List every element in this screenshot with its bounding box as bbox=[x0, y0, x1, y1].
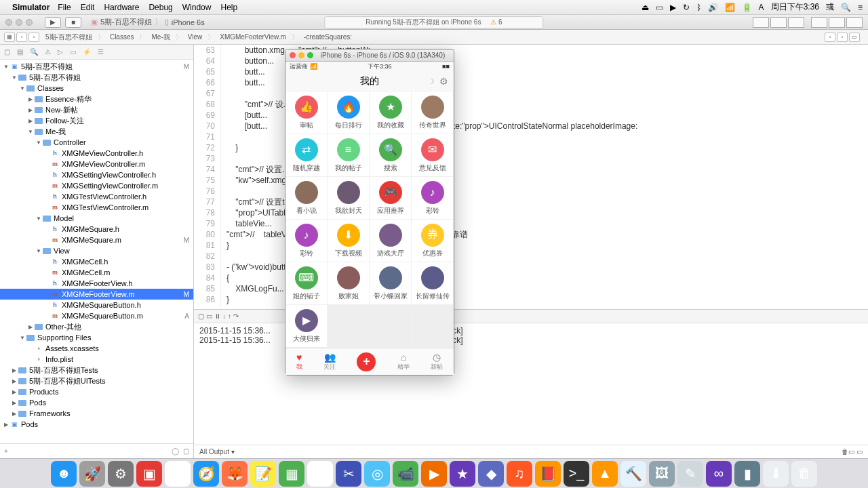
tree-row[interactable]: mXMGTestViewController.m bbox=[0, 202, 193, 213]
square-button[interactable]: ⬇下载视频 bbox=[328, 220, 370, 262]
tree-row[interactable]: hXMGSettingViewController.h bbox=[0, 169, 193, 180]
square-button[interactable]: 看小说 bbox=[285, 177, 328, 220]
tree-row[interactable]: ▶5期-百思不得姐Tests bbox=[0, 365, 193, 375]
dock-app-photos[interactable]: ✿ bbox=[307, 461, 333, 487]
square-button[interactable]: ⌨姐的铺子 bbox=[285, 262, 328, 305]
tree-row[interactable]: ▼Model bbox=[0, 213, 193, 224]
square-button[interactable]: 传奇世界 bbox=[412, 92, 454, 134]
menu-edit[interactable]: Edit bbox=[81, 3, 95, 12]
toolbar-panels[interactable] bbox=[753, 17, 863, 28]
tree-row[interactable]: mXMGMeViewController.m bbox=[0, 159, 193, 169]
tree-row[interactable]: mXMGSettingViewController.m bbox=[0, 180, 193, 191]
navigator-filter[interactable]: +◯▢ bbox=[0, 443, 193, 458]
dock-app-ibooks[interactable]: 📕 bbox=[535, 461, 561, 487]
tree-row[interactable]: ▼Classes bbox=[0, 83, 193, 94]
dock-app-app[interactable]: ◆ bbox=[478, 461, 504, 487]
tree-row[interactable]: ▼▣5期-百思不得姐M bbox=[0, 61, 193, 72]
related-items[interactable]: ▦ bbox=[4, 33, 15, 42]
square-button[interactable]: ≡我的帖子 bbox=[328, 134, 370, 177]
volume-icon[interactable]: 🔊 bbox=[708, 3, 718, 12]
square-button[interactable]: ♪彩铃 bbox=[412, 177, 454, 220]
tree-row[interactable]: mXMGMeSquare.mM bbox=[0, 235, 193, 245]
square-button[interactable]: 🎮应用推荐 bbox=[370, 177, 412, 220]
menuextra-icon[interactable]: ↻ bbox=[683, 3, 690, 12]
crumb[interactable]: Classes bbox=[108, 33, 136, 41]
navigator-tabs[interactable]: ▢▤🔍⚠▷▭⚡☰ bbox=[0, 45, 193, 60]
dock-app-preview[interactable]: 🖼 bbox=[649, 461, 675, 487]
tree-row[interactable]: mXMGMeFooterView.mM bbox=[0, 289, 193, 300]
tree-row[interactable]: ▶Frameworks bbox=[0, 408, 193, 419]
user-menu[interactable]: 彧 bbox=[826, 1, 834, 13]
square-button[interactable]: 带小蝶回家 bbox=[370, 262, 412, 305]
crumb[interactable]: -createSquares: bbox=[302, 33, 354, 41]
menu-file[interactable]: File bbox=[58, 3, 71, 12]
notif-icon[interactable]: ≡ bbox=[858, 3, 863, 12]
tree-row[interactable]: mXMGMeSquareButton.mA bbox=[0, 310, 193, 321]
clock[interactable]: 周日下午3:36 bbox=[771, 1, 819, 13]
square-button[interactable]: 🔍搜索 bbox=[370, 134, 412, 177]
menu-window[interactable]: Window bbox=[182, 3, 212, 12]
tree-row[interactable]: ▶▣Pods bbox=[0, 419, 193, 430]
dock-app-keynote[interactable]: ▶ bbox=[421, 461, 447, 487]
menubar-app[interactable]: Simulator bbox=[12, 3, 50, 12]
tree-row[interactable]: ▫Info.plist bbox=[0, 354, 193, 365]
stop-button[interactable]: ■ bbox=[65, 17, 81, 28]
scheme-selector[interactable]: ▣ 5期-百思不得姐 〉 ▯ iPhone 6s bbox=[91, 17, 205, 27]
compose-button[interactable]: + bbox=[357, 352, 376, 371]
console-filter[interactable]: All Output ▾ bbox=[199, 448, 235, 455]
dock-app-notes[interactable]: 📝 bbox=[250, 461, 276, 487]
tree-row[interactable]: hXMGTestViewController.h bbox=[0, 191, 193, 202]
tree-row[interactable]: hXMGMeFooterView.h bbox=[0, 278, 193, 289]
tree-row[interactable]: mXMGMeCell.m bbox=[0, 267, 193, 278]
input-icon[interactable]: A bbox=[759, 3, 764, 12]
tree-row[interactable]: hXMGMeCell.h bbox=[0, 256, 193, 267]
tree-row[interactable]: ▼Controller bbox=[0, 137, 193, 148]
tab-item[interactable]: 👥关注 bbox=[323, 352, 336, 371]
dock-app-screen[interactable]: ◎ bbox=[364, 461, 390, 487]
gear-icon[interactable]: ⚙ bbox=[439, 76, 448, 87]
forward-button[interactable]: › bbox=[28, 33, 39, 42]
square-button[interactable]: 我欲封天 bbox=[328, 177, 370, 220]
dock-app-app2[interactable]: ▮ bbox=[734, 461, 760, 487]
wifi-icon[interactable]: 📶 bbox=[725, 3, 735, 12]
dock-app-activity[interactable]: ▣ bbox=[136, 461, 162, 487]
tree-row[interactable]: ▶New-新帖 bbox=[0, 104, 193, 115]
sim-titlebar[interactable]: iPhone 6s - iPhone 6s / iOS 9.0 (13A340) bbox=[285, 49, 454, 62]
menuextra-icon[interactable]: ▶ bbox=[670, 3, 676, 12]
simulator-window[interactable]: iPhone 6s - iPhone 6s / iOS 9.0 (13A340)… bbox=[285, 49, 454, 375]
window-controls[interactable] bbox=[5, 19, 33, 26]
tree-row[interactable]: hXMGMeSquare.h bbox=[0, 224, 193, 235]
dock-app-chrome[interactable]: ◉ bbox=[165, 461, 191, 487]
dock-app-fcpx[interactable]: ✂ bbox=[336, 461, 361, 487]
square-button[interactable]: ★我的收藏 bbox=[370, 92, 412, 134]
square-button[interactable]: 游戏大厅 bbox=[370, 220, 412, 262]
menu-debug[interactable]: Debug bbox=[149, 3, 172, 12]
tree-row[interactable]: hXMGMeSquareButton.h bbox=[0, 300, 193, 310]
battery-icon[interactable]: 🔋 bbox=[742, 3, 752, 12]
crumb[interactable]: 5期-百思不得姐 bbox=[43, 33, 94, 42]
debug-controls[interactable]: ▢ ▭ ⏸ ↓ ↑ ↷ bbox=[198, 312, 239, 320]
square-button[interactable]: ✉意见反馈 bbox=[412, 134, 454, 177]
run-button[interactable]: ▶ bbox=[45, 17, 61, 28]
square-button[interactable]: 败家姐 bbox=[328, 262, 370, 305]
breadcrumb[interactable]: 5期-百思不得姐〉Classes〉Me-我〉View〉XMGMeFooterVi… bbox=[43, 33, 354, 42]
dock-app-dl[interactable]: ⬇ bbox=[763, 461, 789, 487]
tab-item[interactable]: ◷新帖 bbox=[431, 352, 443, 371]
console-panes[interactable]: ▭ ▭ bbox=[848, 448, 863, 455]
tree-row[interactable]: ▶Follow-关注 bbox=[0, 115, 193, 126]
bluetooth-icon[interactable]: ᛒ bbox=[696, 3, 701, 12]
tree-row[interactable]: ▼Me-我 bbox=[0, 126, 193, 137]
tree-row[interactable]: ▶Essence-精华 bbox=[0, 94, 193, 104]
square-button[interactable]: 券优惠券 bbox=[412, 220, 454, 262]
clear-console[interactable]: 🗑 bbox=[842, 448, 848, 455]
menuextra-icon[interactable]: ⏏ bbox=[642, 3, 649, 12]
dock-app-imovie[interactable]: ★ bbox=[450, 461, 475, 487]
dock-app-xcode[interactable]: 🔨 bbox=[620, 461, 646, 487]
dock-app-vlc[interactable]: ▲ bbox=[592, 461, 618, 487]
square-button[interactable]: 👍审帖 bbox=[285, 92, 328, 134]
crumb[interactable]: XMGMeFooterView.m bbox=[218, 33, 288, 41]
tab-item[interactable]: ♥我 bbox=[296, 352, 302, 371]
menu-hardware[interactable]: Hardware bbox=[104, 3, 139, 12]
back-button[interactable]: ‹ bbox=[16, 33, 27, 42]
tree-row[interactable]: ▶Other-其他 bbox=[0, 321, 193, 332]
